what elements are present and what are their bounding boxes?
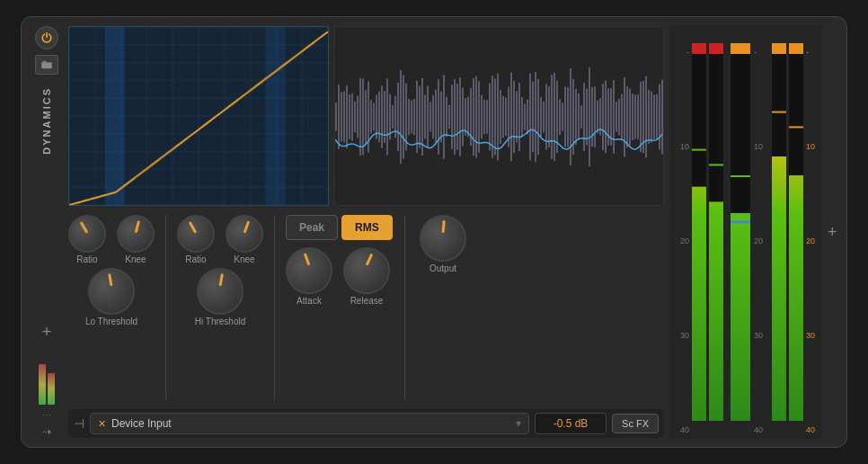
hi-threshold-indicator <box>219 273 224 286</box>
transfer-canvas <box>69 27 328 205</box>
transfer-graph <box>68 26 329 206</box>
lo-knob-pair: Ratio Knee <box>68 215 155 264</box>
release-indicator <box>366 254 374 266</box>
hi-threshold-label: Hi Threshold <box>195 317 246 326</box>
attack-group: Attack <box>286 247 332 306</box>
peak-button[interactable]: Peak <box>286 215 338 240</box>
folder-button[interactable] <box>35 55 58 75</box>
controls-row: Ratio Knee Lo Threshold <box>68 210 664 406</box>
device-select[interactable]: ✕ Device Input ▾ <box>90 413 529 434</box>
waveform-graph <box>334 26 664 206</box>
add-left-button[interactable]: + <box>42 323 52 342</box>
dots-button[interactable]: ⋯ <box>42 410 51 420</box>
hi-knee-group: Knee <box>226 215 263 264</box>
lo-ratio-knob[interactable] <box>68 215 106 253</box>
plugin-title-label: DYNAMICS <box>41 87 52 155</box>
hi-knee-indicator <box>244 220 251 233</box>
lo-threshold-label: Lo Threshold <box>85 317 137 326</box>
waveform-canvas <box>335 27 663 206</box>
svg-rect-0 <box>41 63 52 69</box>
bottom-bar: ⊣ ✕ Device Input ▾ -0.5 dB Sc FX <box>68 409 664 438</box>
lo-threshold-section: Ratio Knee Lo Threshold <box>68 215 155 326</box>
release-label: Release <box>350 296 384 306</box>
attack-indicator <box>304 253 311 265</box>
graphs-row <box>68 26 664 206</box>
lo-ratio-group: Ratio <box>68 215 106 264</box>
divider-2 <box>274 215 275 400</box>
divider-3 <box>404 215 405 400</box>
mode-section: Peak RMS Attack Release <box>286 215 394 306</box>
main-content: Ratio Knee Lo Threshold <box>68 26 664 438</box>
hi-knee-knob[interactable] <box>226 215 263 253</box>
insert-icon: ⊣ <box>74 416 84 431</box>
right-section: + <box>669 26 839 438</box>
lo-threshold-knob[interactable] <box>88 268 135 315</box>
mini-meter-bar-1 <box>39 364 46 405</box>
left-sidebar: DYNAMICS + ⋯ ⇢ <box>31 26 63 438</box>
divider-1 <box>165 215 166 400</box>
mode-buttons: Peak RMS <box>286 215 394 240</box>
output-knob[interactable] <box>420 215 466 262</box>
hi-ratio-knob[interactable] <box>177 215 215 253</box>
attack-release-row: Attack Release <box>286 247 394 306</box>
device-x-icon: ✕ <box>98 418 106 430</box>
lo-knee-label: Knee <box>125 254 146 264</box>
dropdown-arrow: ▾ <box>516 417 521 430</box>
db-display: -0.5 dB <box>535 413 607 434</box>
route-button[interactable]: ⇢ <box>42 425 51 438</box>
hi-ratio-label: Ratio <box>185 254 206 264</box>
hi-knee-label: Knee <box>234 254 254 264</box>
lo-knee-group: Knee <box>117 215 155 264</box>
attack-label: Attack <box>297 296 322 306</box>
lo-threshold-group: Lo Threshold <box>68 268 155 326</box>
release-group: Release <box>343 247 390 306</box>
device-label: Device Input <box>111 417 172 430</box>
output-indicator <box>442 220 446 233</box>
lo-knee-knob[interactable] <box>117 215 155 253</box>
hi-threshold-knob[interactable] <box>197 268 244 315</box>
add-right-button[interactable]: + <box>826 223 839 242</box>
output-section: Output <box>420 215 466 273</box>
release-knob[interactable] <box>343 247 390 294</box>
meters-canvas <box>669 25 822 439</box>
power-button[interactable] <box>35 26 58 49</box>
mini-meter-bar-2 <box>48 373 55 405</box>
plugin-container: DYNAMICS + ⋯ ⇢ <box>21 16 847 448</box>
hi-ratio-indicator <box>189 221 198 234</box>
attack-knob[interactable] <box>286 247 332 294</box>
lo-knee-indicator <box>135 220 141 233</box>
hi-threshold-group: Hi Threshold <box>177 268 263 326</box>
output-label: Output <box>430 263 456 273</box>
mini-meter-left <box>39 351 55 405</box>
lo-ratio-label: Ratio <box>76 254 97 264</box>
hi-knob-pair: Ratio Knee <box>177 215 263 264</box>
hi-threshold-section: Ratio Knee Hi Threshold <box>177 215 263 326</box>
rms-button[interactable]: RMS <box>341 215 393 240</box>
meters-main <box>669 26 822 438</box>
lo-threshold-indicator <box>108 273 112 286</box>
scfx-button[interactable]: Sc FX <box>612 414 659 433</box>
hi-ratio-group: Ratio <box>177 215 215 264</box>
lo-ratio-indicator <box>80 221 89 234</box>
